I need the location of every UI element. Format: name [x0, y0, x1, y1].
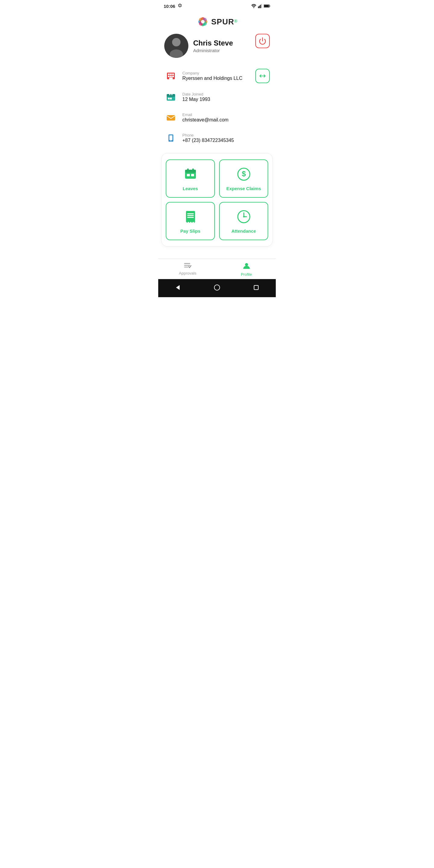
status-time: 10:06 — [164, 4, 175, 9]
back-button[interactable] — [173, 282, 183, 293]
phone-row: Phone +87 (23) 834722345345 — [164, 128, 270, 148]
email-row: Email christeave@mail.com — [164, 107, 270, 128]
attendance-label: Attendance — [231, 228, 256, 234]
svg-rect-33 — [167, 94, 175, 97]
svg-rect-1 — [258, 6, 259, 8]
email-content: Email christeave@mail.com — [182, 113, 270, 123]
svg-text:$: $ — [242, 170, 246, 178]
attendance-icon — [237, 210, 251, 225]
svg-rect-28 — [172, 76, 174, 77]
expense-claims-card[interactable]: $ Expense Claims — [219, 159, 268, 198]
phone-icon — [164, 131, 178, 145]
date-joined-row: Date Joined 12 May 1993 — [164, 87, 270, 107]
svg-rect-47 — [187, 174, 190, 176]
svg-rect-53 — [187, 215, 194, 216]
svg-rect-35 — [172, 93, 173, 95]
company-row: Company Ryerssen and Holdings LLC — [164, 65, 270, 87]
approvals-nav-label: Approvals — [179, 271, 196, 276]
svg-rect-4 — [261, 4, 262, 8]
svg-rect-37 — [170, 98, 172, 99]
svg-rect-34 — [169, 93, 170, 95]
svg-rect-45 — [187, 168, 189, 172]
avatar — [164, 34, 188, 58]
svg-rect-25 — [172, 73, 174, 75]
svg-rect-39 — [167, 115, 175, 121]
svg-point-58 — [243, 216, 244, 218]
status-bar: 10:06 — [158, 0, 276, 11]
svg-rect-3 — [260, 5, 261, 8]
svg-rect-23 — [168, 73, 170, 75]
approvals-icon — [184, 262, 192, 270]
svg-rect-27 — [170, 76, 172, 77]
settings-icon — [178, 3, 182, 9]
svg-rect-7 — [264, 5, 269, 7]
profile-role: Administrator — [193, 48, 270, 53]
home-button[interactable] — [212, 282, 222, 293]
logout-button[interactable] — [255, 34, 270, 48]
svg-marker-63 — [176, 285, 180, 290]
email-label: Email — [182, 113, 270, 117]
expense-icon: $ — [237, 167, 251, 182]
email-value: christeave@mail.com — [182, 117, 270, 123]
svg-point-62 — [245, 263, 248, 266]
phone-label: Phone — [182, 133, 270, 137]
recents-button[interactable] — [251, 282, 261, 293]
svg-point-42 — [170, 141, 172, 141]
svg-rect-48 — [191, 174, 194, 176]
svg-rect-2 — [259, 6, 260, 8]
leaves-card[interactable]: Leaves — [166, 159, 215, 198]
leaves-icon — [184, 167, 197, 182]
payslips-icon — [184, 210, 197, 225]
svg-rect-6 — [270, 5, 270, 7]
svg-rect-29 — [169, 78, 173, 79]
svg-rect-65 — [254, 285, 258, 290]
svg-point-16 — [201, 20, 205, 24]
company-value: Ryerssen and Holdings LLC — [182, 76, 250, 81]
email-icon — [164, 111, 178, 124]
profile-header: Chris Steve Administrator — [158, 34, 276, 65]
leaves-label: Leaves — [183, 186, 198, 191]
date-joined-content: Date Joined 12 May 1993 — [182, 92, 270, 102]
svg-rect-44 — [185, 170, 196, 173]
date-joined-value: 12 May 1993 — [182, 97, 270, 102]
company-label: Company — [182, 71, 250, 75]
company-icon — [164, 69, 178, 83]
svg-rect-52 — [187, 213, 194, 214]
status-icons — [251, 4, 270, 8]
svg-rect-36 — [168, 98, 170, 99]
logo-bar: SPUR® — [158, 11, 276, 34]
pay-slips-label: Pay Slips — [180, 228, 200, 234]
svg-rect-54 — [187, 217, 194, 218]
android-nav — [158, 279, 276, 297]
svg-point-18 — [172, 38, 181, 46]
pay-slips-card[interactable]: Pay Slips — [166, 202, 215, 240]
nav-approvals[interactable]: Approvals — [158, 259, 217, 279]
info-section: Company Ryerssen and Holdings LLC — [158, 65, 276, 148]
company-switch-button[interactable] — [255, 69, 270, 83]
date-joined-label: Date Joined — [182, 92, 270, 96]
bottom-nav: Approvals Profile — [158, 258, 276, 279]
phone-content: Phone +87 (23) 834722345345 — [182, 133, 270, 143]
svg-rect-46 — [192, 168, 194, 172]
company-content: Company Ryerssen and Holdings LLC — [182, 71, 250, 81]
expense-claims-label: Expense Claims — [226, 186, 261, 191]
nav-profile[interactable]: Profile — [217, 259, 276, 279]
profile-nav-icon — [243, 262, 250, 271]
phone-value: +87 (23) 834722345345 — [182, 138, 270, 143]
profile-nav-label: Profile — [241, 272, 252, 277]
attendance-card[interactable]: Attendance — [219, 202, 268, 240]
svg-rect-26 — [168, 76, 170, 77]
svg-rect-41 — [169, 135, 173, 140]
svg-point-64 — [214, 285, 220, 290]
svg-point-0 — [253, 7, 254, 8]
calendar-icon — [164, 90, 178, 104]
action-cards-section: Leaves $ Expense Claims — [161, 153, 273, 247]
svg-rect-24 — [170, 73, 172, 75]
svg-rect-51 — [186, 211, 195, 222]
action-cards-grid: Leaves $ Expense Claims — [166, 159, 268, 240]
